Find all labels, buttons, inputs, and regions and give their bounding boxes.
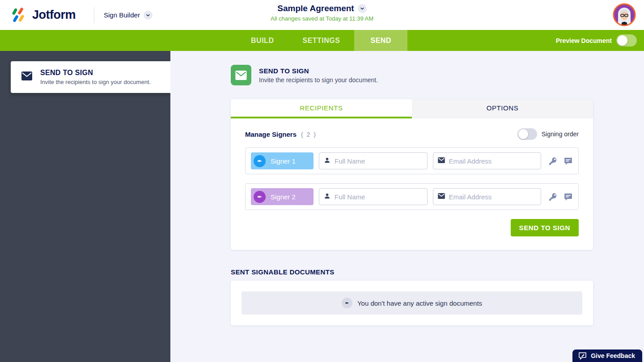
tab-settings[interactable]: SETTINGS [288, 30, 354, 51]
signer-1-chip[interactable]: ✒ Signer 1 [251, 152, 314, 169]
give-feedback-button[interactable]: Give Feedback [572, 349, 642, 362]
manage-signers-label: Manage Signers [245, 130, 297, 138]
full-name-field-wrap [319, 152, 428, 169]
signer-2-chip[interactable]: ✒ Signer 2 [251, 188, 314, 205]
main-content: SEND TO SIGN Invite the recipients to si… [170, 51, 644, 362]
email-field-wrap [433, 152, 542, 169]
pen-icon: ✒ [254, 155, 266, 167]
section-header: SEND TO SIGN Invite the recipients to si… [231, 65, 593, 85]
signer-row: ✒ Signer 2 [245, 183, 579, 210]
sent-documents-heading: SENT SIGNABLE DOCUMENTS [231, 268, 593, 276]
preview-document-label: Preview Document [556, 37, 612, 44]
sent-documents-card: ✒ You don't have any active sign documen… [231, 281, 593, 325]
toggle-knob [617, 35, 627, 46]
sidebar-item-send-to-sign[interactable]: SEND TO SIGN Invite the recipients to si… [11, 61, 170, 93]
signing-order-toggle[interactable] [517, 128, 537, 140]
full-name-input[interactable] [335, 157, 423, 165]
save-status: All changes saved at Today at 11:39 AM [0, 15, 644, 22]
key-icon[interactable] [548, 156, 558, 166]
key-icon[interactable] [548, 192, 558, 202]
tab-send[interactable]: SEND [354, 30, 407, 51]
email-input[interactable] [449, 193, 537, 201]
sidebar: SEND TO SIGN Invite the recipients to si… [0, 51, 170, 362]
person-icon [324, 157, 330, 165]
email-input[interactable] [449, 157, 537, 165]
signing-order-label: Signing order [542, 130, 579, 138]
avatar[interactable] [613, 3, 636, 26]
tab-build[interactable]: BUILD [237, 30, 288, 51]
preview-document-control: Preview Document [556, 30, 637, 51]
send-to-sign-card: RECIPIENTS OPTIONS Manage Signers ( 2 ) … [231, 99, 593, 250]
feedback-label: Give Feedback [591, 352, 635, 359]
tab-options[interactable]: OPTIONS [412, 99, 593, 118]
sidebar-item-title: SEND TO SIGN [40, 69, 151, 77]
section-description: Invite the recipients to sign your docum… [259, 76, 378, 84]
pen-icon: ✒ [342, 298, 352, 308]
pen-icon: ✒ [254, 191, 266, 203]
mail-icon [231, 65, 251, 85]
preview-document-toggle[interactable] [616, 34, 637, 46]
signer-chip-label: Signer 1 [271, 157, 296, 165]
recipients-panel: Manage Signers ( 2 ) Signing order ✒ Sig… [231, 118, 593, 250]
manage-signers-row: Manage Signers ( 2 ) Signing order [245, 128, 579, 140]
signer-row: ✒ Signer 1 [245, 147, 579, 174]
empty-state-message: You don't have any active sign documents [357, 299, 482, 307]
comment-icon[interactable] [564, 156, 573, 166]
chevron-down-icon [358, 4, 367, 13]
comment-icon[interactable] [564, 192, 573, 202]
document-title-dropdown[interactable]: Sample Agreement [0, 4, 644, 13]
builder-nav-bar: BUILD SETTINGS SEND Preview Document [0, 30, 644, 51]
nav-tabs: BUILD SETTINGS SEND [0, 30, 644, 51]
signing-order-control: Signing order [517, 128, 579, 140]
full-name-input[interactable] [335, 193, 423, 201]
card-tabs: RECIPIENTS OPTIONS [231, 99, 593, 118]
sidebar-item-description: Invite the recipients to sign your docum… [40, 79, 151, 85]
person-icon [324, 193, 330, 201]
top-header: Jotform Sign Builder Sample Agreement Al… [0, 0, 644, 30]
email-field-wrap [433, 188, 542, 205]
toggle-knob [518, 129, 528, 139]
section-title: SEND TO SIGN [259, 67, 378, 75]
mail-icon [21, 72, 32, 82]
feedback-icon [578, 352, 587, 360]
signer-chip-label: Signer 2 [271, 193, 296, 201]
document-title-area: Sample Agreement All changes saved at To… [0, 4, 644, 22]
document-title: Sample Agreement [277, 4, 354, 13]
empty-state: ✒ You don't have any active sign documen… [242, 291, 582, 315]
tab-recipients[interactable]: RECIPIENTS [231, 99, 412, 118]
signer-count: ( 2 ) [301, 131, 317, 138]
send-to-sign-button[interactable]: SEND TO SIGN [511, 219, 579, 236]
email-icon [438, 157, 445, 165]
full-name-field-wrap [319, 188, 428, 205]
email-icon [438, 193, 445, 201]
